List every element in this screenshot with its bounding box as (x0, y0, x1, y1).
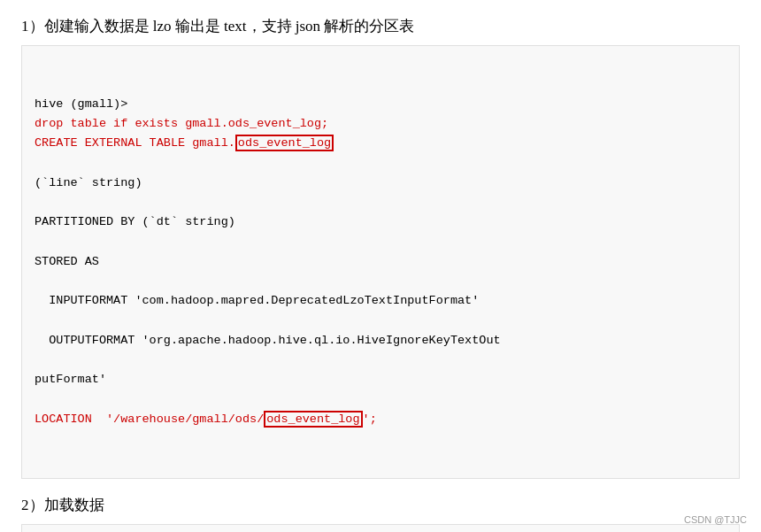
watermark: CSDN @TJJC (684, 514, 747, 525)
location-line: LOCATION '/warehouse/gmall/ods/ods_event… (35, 410, 726, 429)
location-end: '; (363, 412, 377, 426)
section1-title: 1）创建输入数据是 lzo 输出是 text，支持 json 解析的分区表 (21, 16, 740, 36)
create-keyword: CREATE EXTERNAL TABLE gmall. (35, 136, 235, 150)
create-table-line: CREATE EXTERNAL TABLE gmall.ods_event_lo… (35, 134, 726, 153)
drop-table-line: drop table if exists gmall.ods_event_log… (35, 114, 726, 134)
column-def-line: (`line` string) (35, 173, 726, 193)
page-container: 1）创建输入数据是 lzo 输出是 text，支持 json 解析的分区表 hi… (0, 0, 761, 532)
table-name-highlight-2: ods_event_log (264, 411, 362, 428)
location-keyword: LOCATION '/warehouse/gmall/ods/ (35, 412, 264, 426)
table-name-highlight-1: ods_event_log (235, 135, 334, 151)
outputformat-line1: OUTPUTFORMAT 'org.apache.hadoop.hive.ql.… (35, 331, 726, 351)
stored-as-line: STORED AS (35, 252, 726, 272)
inputformat-line: INPUTFORMAT 'com.hadoop.mapred.Deprecate… (35, 291, 726, 311)
section2-code-block: hive (gmall)>load data inpath '/origin_d… (21, 524, 740, 532)
section1-code-block: hive (gmall)>drop table if exists gmall.… (21, 45, 740, 479)
section2-container: 2）加载数据 hive (gmall)>load data inpath '/o… (21, 495, 740, 532)
prompt-line-1: hive (gmall)> (35, 95, 726, 114)
outputformat-line2: putFormat' (35, 370, 726, 389)
partitioned-line: PARTITIONED BY (`dt` string) (35, 212, 726, 232)
section2-title: 2）加载数据 (21, 495, 740, 515)
